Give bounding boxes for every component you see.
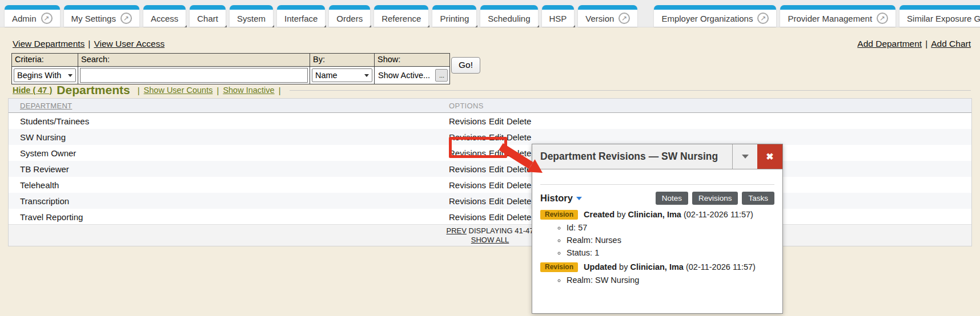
displaying-range-text: DISPLAYING 41-47: [469, 226, 534, 235]
tab-my-settings[interactable]: My Settings↗: [64, 5, 139, 27]
revisions-link[interactable]: Revisions: [449, 132, 486, 142]
view-user-access-link[interactable]: View User Access: [94, 39, 164, 48]
revisions-link[interactable]: Revisions: [449, 116, 486, 126]
table-row: Students/TraineesRevisionsEditDelete: [9, 113, 971, 129]
tab-printing[interactable]: Printing: [432, 5, 476, 27]
edit-link[interactable]: Edit: [489, 148, 504, 158]
search-criteria-table: Criteria: Search: By: Show: Begins With …: [11, 53, 450, 84]
row-options: RevisionsEditDelete: [449, 116, 531, 126]
revisions-link[interactable]: Revisions: [449, 164, 486, 174]
prev-page-link[interactable]: PREV: [447, 226, 467, 235]
edit-link[interactable]: Edit: [489, 164, 504, 174]
revisions-button[interactable]: Revisions: [692, 192, 738, 205]
link-separator: |: [925, 39, 927, 48]
tasks-button[interactable]: Tasks: [742, 192, 774, 205]
tab-label: System: [237, 14, 266, 23]
tab-orders[interactable]: Orders: [329, 5, 370, 27]
tab-label: Similar Exposure Groups (SEGs): [907, 14, 980, 23]
revision-detail-item: Status: 1: [567, 248, 774, 257]
criteria-select-value: Begins With: [17, 71, 61, 80]
criteria-select[interactable]: Begins With: [14, 68, 76, 82]
delete-link[interactable]: Delete: [507, 116, 531, 126]
search-column-header: Search:: [78, 54, 310, 66]
search-input[interactable]: [80, 68, 308, 83]
department-revisions-popup: Department Revisions — SW Nursing ✖ Hist…: [532, 144, 783, 314]
revisions-link[interactable]: Revisions: [449, 196, 486, 206]
tab-label: Admin: [12, 14, 37, 23]
popup-menu-button[interactable]: [732, 144, 757, 169]
department-name: Telehealth: [9, 180, 449, 190]
revision-detail-item: Realm: Nurses: [567, 236, 774, 245]
edit-link[interactable]: Edit: [489, 212, 504, 222]
view-departments-link[interactable]: View Departments: [13, 39, 85, 48]
tab-reference[interactable]: Reference: [374, 5, 428, 27]
show-inactive-link[interactable]: Show Inactive: [223, 86, 274, 95]
by-select[interactable]: Name: [312, 68, 372, 82]
external-link-icon[interactable]: ↗: [121, 13, 132, 24]
department-column-header[interactable]: DEPARTMENT: [9, 102, 449, 110]
delete-link[interactable]: Delete: [507, 212, 531, 222]
show-filter-more-button[interactable]: ...: [435, 69, 448, 82]
revision-entry: Revision Updated by Clinician, Ima (02-1…: [540, 262, 774, 285]
revisions-link[interactable]: Revisions: [449, 212, 486, 222]
tab-label: Provider Management: [788, 14, 872, 23]
row-options: RevisionsEditDelete: [449, 148, 531, 158]
tab-system[interactable]: System: [230, 5, 273, 27]
show-user-counts-link[interactable]: Show User Counts: [144, 86, 213, 95]
tab-admin[interactable]: Admin↗: [5, 5, 60, 27]
revisions-link[interactable]: Revisions: [449, 180, 486, 190]
add-chart-link[interactable]: Add Chart: [931, 39, 971, 48]
edit-link[interactable]: Edit: [489, 116, 504, 126]
external-link-icon[interactable]: ↗: [41, 13, 53, 24]
external-link-icon[interactable]: ↗: [877, 13, 888, 24]
section-separator: |: [138, 86, 140, 95]
tab-scheduling[interactable]: Scheduling: [480, 5, 537, 27]
tab-label: Reference: [381, 14, 421, 23]
departments-section-header: Hide ( 47 ) Departments | Show User Coun…: [13, 83, 971, 97]
revision-details: Realm: SW Nursing: [540, 276, 774, 285]
tab-label: My Settings: [71, 14, 116, 23]
delete-link[interactable]: Delete: [507, 148, 531, 158]
tab-hsp[interactable]: HSP: [542, 5, 575, 27]
add-department-link[interactable]: Add Department: [857, 39, 922, 48]
edit-link[interactable]: Edit: [489, 180, 504, 190]
tab-label: HSP: [549, 14, 567, 23]
table-row: TelehealthRevisionsEditDelete: [9, 177, 971, 193]
table-row: Travel ReportingRevisionsEditDelete: [9, 209, 971, 225]
tab-chart[interactable]: Chart: [190, 5, 226, 27]
tab-similar-exposure-groups-segs[interactable]: Similar Exposure Groups (SEGs)↗: [899, 5, 980, 27]
hide-count-link[interactable]: Hide ( 47 ): [13, 86, 52, 95]
by-cell: Name: [310, 67, 374, 84]
department-name: Transcription: [9, 196, 449, 206]
popup-close-button[interactable]: ✖: [757, 144, 782, 169]
tab-access[interactable]: Access: [143, 5, 186, 27]
tab-employer-organizations[interactable]: Employer Organizations↗: [654, 5, 776, 27]
tab-interface[interactable]: Interface: [277, 5, 325, 27]
delete-link[interactable]: Delete: [507, 196, 531, 206]
popup-header: Department Revisions — SW Nursing ✖: [532, 144, 782, 169]
external-link-icon[interactable]: ↗: [757, 13, 769, 24]
external-link-icon[interactable]: ↗: [618, 13, 630, 24]
go-button[interactable]: Go!: [451, 57, 480, 74]
revisions-link[interactable]: Revisions: [449, 148, 486, 158]
table-row: TranscriptionRevisionsEditDelete: [9, 193, 971, 209]
tab-provider-management[interactable]: Provider Management↗: [780, 5, 895, 27]
row-options: RevisionsEditDelete: [449, 164, 531, 174]
edit-link[interactable]: Edit: [489, 132, 504, 142]
main-content: View Departments|View User Access Add De…: [0, 27, 980, 316]
show-all-link[interactable]: SHOW ALL: [471, 236, 509, 244]
delete-link[interactable]: Delete: [507, 180, 531, 190]
link-separator: |: [88, 39, 90, 48]
popup-body: History Notes Revisions Tasks Revision C…: [532, 184, 782, 285]
history-dropdown[interactable]: History: [540, 193, 573, 204]
row-options: RevisionsEditDelete: [449, 132, 531, 142]
chevron-down-icon: [68, 74, 73, 77]
tab-label: Access: [151, 14, 178, 23]
tab-version[interactable]: Version↗: [578, 5, 637, 27]
delete-link[interactable]: Delete: [507, 164, 531, 174]
left-links: View Departments|View User Access: [13, 39, 164, 49]
edit-link[interactable]: Edit: [489, 196, 504, 206]
delete-link[interactable]: Delete: [507, 132, 531, 142]
departments-table: DEPARTMENT OPTIONS Students/TraineesRevi…: [8, 98, 972, 246]
notes-button[interactable]: Notes: [656, 192, 688, 205]
